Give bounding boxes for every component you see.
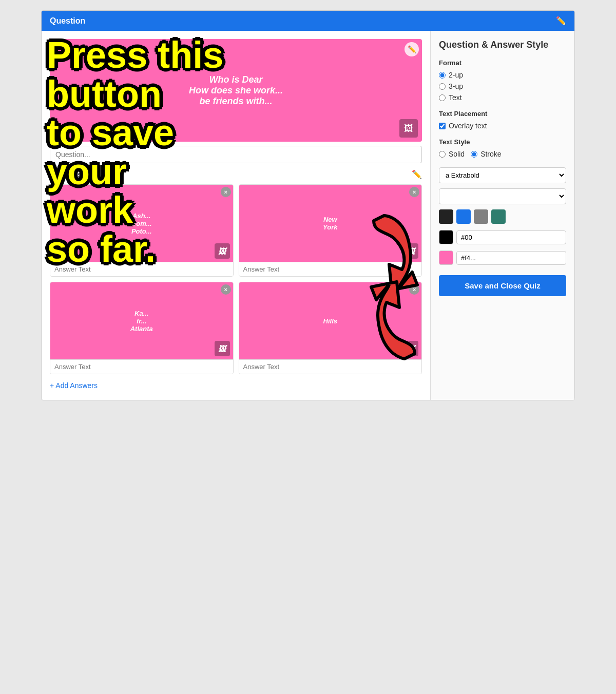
format-radio-text[interactable] <box>439 94 446 101</box>
question-header: Question ✏️ <box>42 11 574 31</box>
main-container: Question ✏️ Press thisbuttonto saveyourw… <box>41 10 575 400</box>
answer-image-2: × NewYork 🖼 <box>239 185 422 262</box>
overlay-text-checkbox-label[interactable]: Overlay text <box>439 122 566 130</box>
save-and-close-button[interactable]: Save and Close Quiz <box>439 275 566 296</box>
format-radio-2up[interactable] <box>439 72 446 79</box>
color-swatch-gray[interactable] <box>474 209 488 224</box>
answer-text-input-2[interactable] <box>239 262 422 276</box>
body-layout: Press thisbuttonto saveyourworkso far. ✏… <box>42 31 574 400</box>
color-input-row-1 <box>439 230 566 244</box>
text-style-radio-stroke[interactable] <box>471 151 477 158</box>
answer-close-1[interactable]: × <box>221 187 231 197</box>
overlay-text-checkbox[interactable] <box>439 123 446 129</box>
color-preview-2 <box>439 250 453 265</box>
overlay-text-label: Overlay text <box>449 122 487 130</box>
answers-edit-icon[interactable]: ✏️ <box>412 169 422 179</box>
text-placement-label: Text Placement <box>439 110 566 118</box>
answer-card-3: × Ka...fr...Atlanta 🖼 <box>50 282 234 374</box>
question-image-placeholder-icon: 🖼 <box>399 119 418 138</box>
left-panel: Press thisbuttonto saveyourworkso far. ✏… <box>42 31 431 400</box>
answer-image-4: × Hills 🖼 <box>239 282 422 359</box>
answer-card-1: × Ash...from...Poto... 🖼 <box>50 184 234 277</box>
question-image-edit-icon[interactable]: ✏️ <box>405 42 419 56</box>
color-input-row-2 <box>439 250 566 265</box>
text-style-stroke[interactable]: Stroke <box>471 150 501 158</box>
format-radio-group: 2-up 3-up Text <box>439 71 566 102</box>
format-option-2up[interactable]: 2-up <box>439 71 566 79</box>
format-label: Format <box>439 59 566 67</box>
answer-image-3: × Ka...fr...Atlanta 🖼 <box>50 282 233 359</box>
answer-card-4: × Hills 🖼 <box>239 282 422 374</box>
answer-image-text-3: Ka...fr...Atlanta <box>130 310 153 333</box>
answer-img-icon-3: 🖼 <box>215 341 230 356</box>
text-style-label-solid: Solid <box>449 150 465 158</box>
answer-image-text-1: Ash...from...Poto... <box>131 212 152 235</box>
color-preview-1 <box>439 230 453 244</box>
header-title: Question <box>50 16 85 26</box>
format-radio-3up[interactable] <box>439 83 446 90</box>
color-hex-input-2[interactable] <box>456 251 566 265</box>
answer-close-4[interactable]: × <box>409 284 419 295</box>
answer-image-1: × Ash...from...Poto... 🖼 <box>50 185 233 262</box>
color-swatch-teal[interactable] <box>491 209 506 224</box>
format-option-3up[interactable]: 3-up <box>439 82 566 90</box>
color-swatches-row <box>439 209 566 224</box>
font-dropdown-1[interactable]: a Extrabold Bold Regular <box>439 167 566 183</box>
answer-img-icon-4: 🖼 <box>403 341 418 356</box>
text-style-row: Solid Stroke <box>439 150 566 161</box>
answer-text-input-4[interactable] <box>239 359 422 374</box>
text-style-radio-solid[interactable] <box>439 151 446 158</box>
question-section: ✏️ Who is DearHow does she work...be fri… <box>50 39 422 163</box>
question-text-input[interactable] <box>50 146 422 163</box>
answer-close-2[interactable]: × <box>409 187 419 197</box>
format-option-text[interactable]: Text <box>439 93 566 102</box>
question-image-box: ✏️ Who is DearHow does she work...be fri… <box>50 39 422 142</box>
format-label-3up: 3-up <box>449 82 463 90</box>
answer-close-3[interactable]: × <box>221 284 231 295</box>
answer-image-text-4: Hills <box>323 317 337 325</box>
right-panel: Question & Answer Style Format 2-up 3-up… <box>431 31 574 400</box>
add-answers-button[interactable]: + Add Answers <box>50 379 98 392</box>
question-image-content: Who is DearHow does she work...be friend… <box>184 69 288 112</box>
text-style-label: Text Style <box>439 138 566 146</box>
answers-label: Answers <box>50 170 82 179</box>
color-swatch-blue[interactable] <box>456 209 471 224</box>
color-hex-input-1[interactable] <box>456 230 566 244</box>
format-label-2up: 2-up <box>449 71 463 79</box>
answer-img-icon-1: 🖼 <box>215 243 230 259</box>
answer-card-2: × NewYork 🖼 <box>239 184 422 277</box>
answer-img-icon-2: 🖼 <box>403 243 418 259</box>
format-label-text: Text <box>449 93 462 102</box>
font-dropdown-2[interactable] <box>439 188 566 204</box>
color-swatch-black[interactable] <box>439 209 453 224</box>
answers-grid: × Ash...from...Poto... 🖼 × NewYork 🖼 <box>50 184 422 374</box>
answer-text-input-1[interactable] <box>50 262 233 276</box>
text-style-label-stroke: Stroke <box>480 150 501 158</box>
answers-header: Answers ✏️ <box>50 169 422 179</box>
answer-text-input-3[interactable] <box>50 359 233 374</box>
panel-title: Question & Answer Style <box>439 39 566 51</box>
text-style-solid[interactable]: Solid <box>439 150 465 158</box>
answer-image-text-2: NewYork <box>323 216 337 231</box>
header-edit-icon[interactable]: ✏️ <box>556 16 566 26</box>
